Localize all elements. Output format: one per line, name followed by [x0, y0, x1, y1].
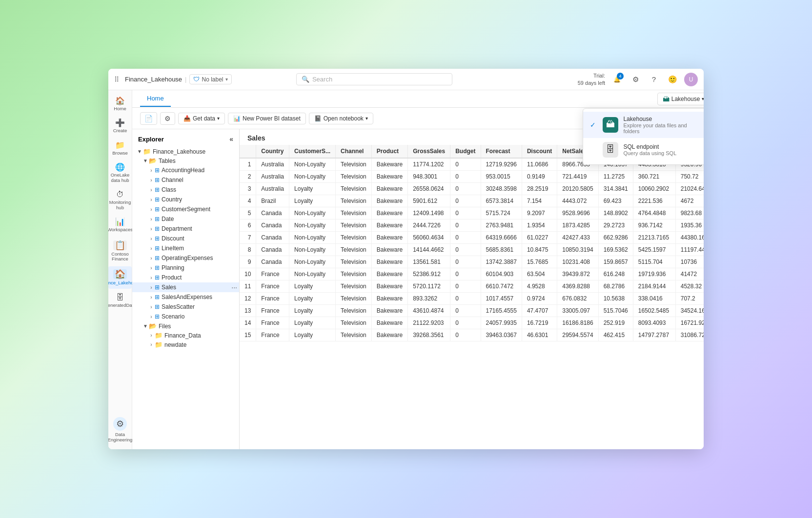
table-row[interactable]: 10FranceNon-LoyaltyTelevisionBakeware523…: [240, 268, 704, 280]
get-data-button[interactable]: 📥 Get data ▾: [178, 113, 225, 124]
lakehouse-icon-small: 🏔: [663, 95, 670, 103]
table-row[interactable]: 7CanadaNon-LoyaltyTelevisionBakeware5606…: [240, 232, 704, 244]
table-row[interactable]: 14FranceLoyaltyTelevisionBakeware21122.9…: [240, 317, 704, 329]
root-icon: 📁: [143, 148, 151, 155]
tree-table-operatingexpenses[interactable]: › ⊞ OperatingExpenses ···: [132, 253, 239, 263]
table-label: Country: [162, 196, 231, 203]
table-cell: 4672: [675, 195, 704, 207]
data-engineering-icon: ⚙: [113, 417, 127, 431]
tree-files-group[interactable]: ▼ 📂 Files: [132, 321, 239, 331]
home-icon: 🏠: [115, 97, 125, 105]
tree-table-accountinghead[interactable]: › ⊞ AccountingHead ···: [132, 165, 239, 175]
tree-table-sales[interactable]: › ⊞ Sales ···: [132, 282, 239, 292]
sidebar-item-generated[interactable]: 🗄 GeneratedData: [108, 291, 132, 311]
table-cell: 338.0416: [633, 293, 675, 305]
file-label: Finance_Data: [164, 332, 239, 339]
tree-file-newdate[interactable]: › 📁 newdate: [132, 340, 239, 349]
sidebar-label-data-engineering: Data Engineering: [108, 432, 132, 442]
table-cell: 0: [450, 244, 481, 256]
tree-table-discount[interactable]: › ⊞ Discount ···: [132, 234, 239, 243]
lakehouse-dropdown-container: 🏔 Lakehouse ▾ ✓ 🏔 Lakehouse Explore your…: [657, 93, 704, 105]
table-cell: Television: [336, 329, 372, 341]
table-cell: Australia: [256, 183, 289, 195]
label-badge[interactable]: 🛡 No label ▾: [189, 74, 231, 84]
table-cell: 6: [240, 219, 256, 232]
tree-table-country[interactable]: › ⊞ Country ···: [132, 195, 239, 204]
tree-table-department[interactable]: › ⊞ Department ···: [132, 224, 239, 234]
table-more-icon[interactable]: ···: [231, 283, 237, 291]
table-cell: 314.3841: [598, 183, 633, 195]
table-row[interactable]: 2AustraliaNon-LoyaltyTelevisionBakeware9…: [240, 171, 704, 183]
dropdown-item-sql[interactable]: ✓ 🗄 SQL endpoint Query data using SQL: [583, 138, 704, 161]
tree-root-finance[interactable]: ▼ 📁 Finance_Lakehouse: [132, 147, 239, 156]
generated-icon: 🗄: [116, 294, 124, 301]
table-cell: Loyalty: [289, 280, 336, 293]
sidebar-item-data-engineering[interactable]: ⚙ Data Engineering: [108, 414, 132, 445]
table-row[interactable]: 11FranceLoyaltyTelevisionBakeware5720.11…: [240, 280, 704, 293]
table-row[interactable]: 4BrazilLoyaltyTelevisionBakeware5901.612…: [240, 195, 704, 207]
sidebar-label-home: Home: [114, 106, 126, 111]
table-cell: 13: [240, 305, 256, 317]
dropdown-item-lakehouse[interactable]: ✓ 🏔 Lakehouse Explore your data files an…: [583, 112, 704, 138]
explorer-collapse-button[interactable]: «: [229, 135, 233, 143]
search-box[interactable]: 🔍 Search: [296, 73, 452, 85]
settings-icon[interactable]: ⚙: [629, 73, 642, 86]
grid-icon[interactable]: ⠿: [114, 76, 119, 83]
tab-home[interactable]: Home: [140, 91, 171, 107]
tree-table-planning[interactable]: › ⊞ Planning ···: [132, 263, 239, 273]
tree-tables-group[interactable]: ▼ 📂 Tables: [132, 156, 239, 165]
table-chevron-icon: ›: [148, 226, 155, 232]
table-cell: 0: [450, 317, 481, 329]
tree-table-lineitem[interactable]: › ⊞ LineItem ···: [132, 243, 239, 253]
tree-table-salesandexpenses[interactable]: › ⊞ SalesAndExpenses ···: [132, 292, 239, 302]
table-cell: Television: [336, 219, 372, 232]
avatar[interactable]: U: [684, 73, 698, 86]
data-table-wrap[interactable]: CountryCustomerS...ChannelProductGrossSa…: [240, 145, 704, 341]
table-cell: 360.721: [633, 171, 675, 183]
notification-button[interactable]: 🔔 4: [610, 73, 624, 86]
tree-table-channel[interactable]: › ⊞ Channel ···: [132, 175, 239, 185]
table-row[interactable]: 8CanadaNon-LoyaltyTelevisionBakeware1414…: [240, 244, 704, 256]
col-header-7: Forecast: [481, 145, 522, 158]
col-header-1: Country: [256, 145, 289, 158]
lakehouse-dropdown-button[interactable]: 🏔 Lakehouse ▾: [657, 93, 704, 105]
sidebar-item-browse[interactable]: 📁 Browse: [108, 139, 132, 159]
help-icon[interactable]: ?: [647, 73, 661, 86]
root-label: Finance_Lakehouse: [153, 148, 239, 155]
new-dataset-button[interactable]: 📊 New Power BI dataset: [228, 113, 306, 124]
table-row[interactable]: 5CanadaNon-LoyaltyTelevisionBakeware1240…: [240, 207, 704, 219]
tree-table-scenario[interactable]: › ⊞ Scenario ···: [132, 312, 239, 321]
table-label: Class: [162, 186, 231, 193]
settings-button[interactable]: ⚙: [160, 112, 175, 125]
table-row[interactable]: 12FranceLoyaltyTelevisionBakeware893.326…: [240, 293, 704, 305]
feedback-icon[interactable]: 🙂: [666, 73, 679, 86]
tree-table-class[interactable]: › ⊞ Class ···: [132, 185, 239, 195]
open-notebook-button[interactable]: 📓 Open notebook ▾: [309, 113, 373, 124]
tree-table-product[interactable]: › ⊞ Product ···: [132, 273, 239, 282]
sidebar-item-finance[interactable]: 🏠 Finance_Lakehouse: [108, 266, 132, 288]
sidebar-item-monitoring[interactable]: ⏱ Monitoring hub: [108, 188, 132, 213]
table-row[interactable]: 9CanadaNon-LoyaltyTelevisionBakeware1356…: [240, 256, 704, 268]
table-cell: 0: [450, 280, 481, 293]
table-chevron-icon: ›: [148, 256, 155, 261]
tree-table-salesscatter[interactable]: › ⊞ SalesScatter ···: [132, 302, 239, 312]
table-row[interactable]: 3AustraliaLoyaltyTelevisionBakeware26558…: [240, 183, 704, 195]
table-row[interactable]: 15FranceLoyaltyTelevisionBakeware39268.3…: [240, 329, 704, 341]
sidebar-item-create[interactable]: ➕ Create: [108, 116, 132, 136]
table-chevron-icon: ›: [148, 178, 155, 183]
table-row[interactable]: 13FranceLoyaltyTelevisionBakeware43610.4…: [240, 305, 704, 317]
sidebar-item-onelake[interactable]: 🌐 OneLake data hub: [108, 160, 132, 186]
sidebar-item-contoso[interactable]: 📋 Contoso Finance: [108, 238, 132, 265]
tree-table-date[interactable]: › ⊞ Date ···: [132, 214, 239, 224]
table-cell: 0: [450, 171, 481, 183]
new-item-button[interactable]: 📄: [140, 112, 157, 125]
tree-table-customersegment[interactable]: › ⊞ CustomerSegment ···: [132, 204, 239, 214]
table-row[interactable]: 6CanadaNon-LoyaltyTelevisionBakeware2444…: [240, 219, 704, 232]
table-cell: 10: [240, 268, 256, 280]
table-cell: 31086.72: [675, 329, 704, 341]
notebook-chevron: ▾: [365, 116, 368, 121]
app-name: Finance_Lakehouse: [125, 76, 182, 83]
sidebar-item-workspaces[interactable]: 📊 Workspaces: [108, 215, 132, 235]
sidebar-item-home[interactable]: 🏠 Home: [108, 94, 132, 114]
tree-file-finance_data[interactable]: › 📁 Finance_Data: [132, 331, 239, 340]
